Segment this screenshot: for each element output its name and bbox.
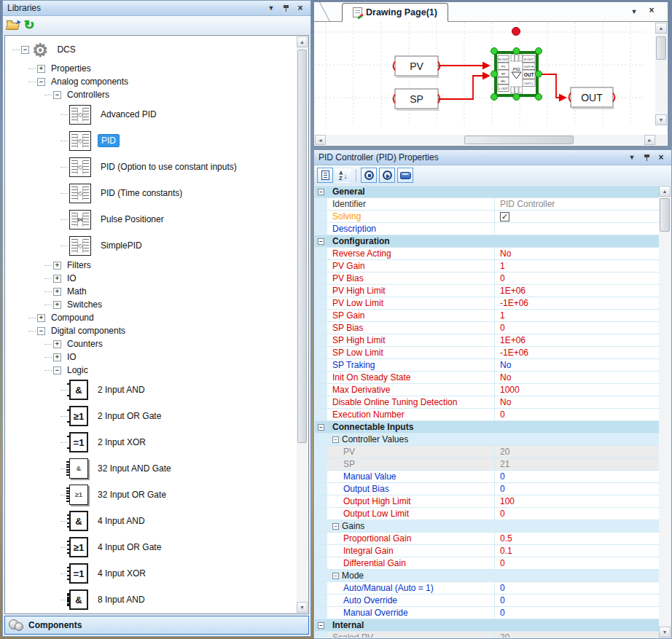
collapse-icon[interactable]: −	[332, 436, 339, 443]
property-row-pv-bias[interactable]: PV Bias0	[315, 273, 659, 285]
property-value[interactable]: No	[494, 396, 659, 408]
tree-item-advanced-pid[interactable]: ◇Advanced PID	[7, 101, 296, 128]
pid-block[interactable]: H OUTPVSPMVL OUTS OUTOUT HOUTOUT LPID	[491, 48, 542, 101]
property-row-integral-gain[interactable]: Integral Gain0.1	[315, 545, 659, 557]
property-row-pv-low-limit[interactable]: PV Low Limit-1E+06	[315, 297, 659, 310]
subcategory-mode[interactable]: −Mode	[315, 570, 659, 582]
expand-icon[interactable]: +	[53, 353, 61, 361]
property-row-sp-low-limit[interactable]: SP Low Limit-1E+06	[315, 347, 659, 359]
tree-item-pid-option-to-use-constant-inputs[interactable]: ◇PID (Option to use constant inputs)	[7, 154, 296, 180]
expand-icon[interactable]: +	[53, 275, 61, 283]
stopwatch-square-icon[interactable]	[361, 168, 377, 183]
signal-wire[interactable]	[541, 74, 566, 98]
scrollbar-thumb[interactable]	[656, 36, 666, 60]
selection-handle[interactable]	[491, 94, 498, 101]
property-value[interactable]: 1000	[494, 384, 659, 396]
tree-item-properties[interactable]: +Properties	[7, 62, 296, 75]
selection-handle[interactable]	[536, 71, 542, 77]
property-value[interactable]: No	[494, 359, 659, 371]
expand-icon[interactable]: +	[53, 262, 61, 270]
refresh-icon[interactable]: ↻	[24, 19, 34, 31]
property-value[interactable]: No	[494, 372, 659, 383]
io-block-out[interactable]: OUT	[569, 87, 615, 109]
property-row-reverse-acting[interactable]: Reverse ActingNo	[315, 248, 659, 260]
property-value[interactable]: 1E+06	[494, 285, 659, 297]
selection-handle[interactable]	[491, 48, 498, 55]
expand-icon[interactable]: +	[53, 301, 61, 309]
category-connectable-inputs[interactable]: −Connectable Inputs	[315, 421, 659, 434]
property-row-output-low-limit[interactable]: Output Low Limit0	[315, 508, 659, 520]
selection-handle[interactable]	[536, 94, 542, 101]
property-row-description[interactable]: Description	[315, 223, 659, 235]
expand-icon[interactable]: +	[37, 314, 45, 322]
chevron-down-icon[interactable]: ▼	[265, 3, 277, 13]
property-value[interactable]: 0	[494, 582, 659, 594]
property-row-pv-high-limit[interactable]: PV High Limit1E+06	[315, 285, 659, 297]
canvas-vertical-scrollbar[interactable]: ▲ ▼	[655, 23, 667, 125]
checkbox-checked-icon[interactable]: ✓	[500, 212, 509, 222]
property-value[interactable]: 1E+06	[494, 334, 659, 346]
property-value[interactable]: 1	[494, 310, 659, 321]
tree-item-counters[interactable]: +Counters	[7, 337, 296, 350]
collapse-icon[interactable]: −	[37, 327, 45, 335]
pin-icon[interactable]	[280, 3, 292, 13]
tab-drawing-page[interactable]: Drawing Page(1)	[342, 3, 448, 22]
property-value[interactable]: 0	[494, 508, 659, 520]
category-internal[interactable]: −Internal	[315, 619, 659, 632]
tree-item-compound[interactable]: +Compound	[7, 311, 296, 324]
property-row-sp-gain[interactable]: SP Gain1	[315, 310, 659, 322]
open-folder-icon[interactable]: ➤	[7, 20, 20, 30]
scrollbar-thumb[interactable]	[464, 136, 574, 144]
collapse-icon[interactable]: −	[332, 523, 339, 530]
tree-item-analog-components[interactable]: −Analog components	[7, 75, 296, 88]
tree-item-io[interactable]: +IO	[7, 272, 296, 285]
property-row-proportional-gain[interactable]: Proportional Gain0.5	[315, 533, 659, 545]
property-row-execution-number[interactable]: Execution Number0	[315, 409, 659, 421]
tree-item-8-input-and[interactable]: &8 Input AND	[7, 587, 296, 612]
property-value[interactable]: PID Controller	[494, 198, 659, 210]
canvas-horizontal-scrollbar[interactable]: ◄ ►	[315, 135, 655, 145]
property-value[interactable]: 0	[494, 471, 659, 482]
scroll-left-icon[interactable]: ◄	[315, 135, 326, 145]
scroll-up-icon[interactable]: ▲	[655, 23, 667, 34]
collapse-icon[interactable]: −	[37, 78, 45, 86]
close-icon[interactable]: ×	[294, 3, 306, 13]
category-configuration[interactable]: −Configuration	[315, 235, 659, 248]
category-general[interactable]: −General	[315, 186, 659, 198]
property-row-pv-gain[interactable]: PV Gain1	[315, 260, 659, 273]
tree-item-math[interactable]: +Math	[7, 285, 296, 298]
collapse-icon[interactable]: −	[53, 91, 61, 99]
collapse-icon[interactable]: −	[318, 622, 324, 629]
tree-item-32-input-and-gate[interactable]: &32 Input AND Gate	[7, 455, 296, 482]
tree-scrollbar[interactable]: ▲ ▼	[297, 36, 308, 613]
components-tab[interactable]: Components	[4, 616, 309, 635]
property-value[interactable]: 21	[494, 458, 659, 470]
tree-item-2-input-xor[interactable]: =12 Input XOR	[7, 429, 296, 455]
property-value[interactable]: 0	[494, 607, 659, 619]
property-value[interactable]: 0	[494, 409, 659, 420]
property-value[interactable]: 20	[494, 446, 659, 458]
property-value[interactable]: 0	[494, 483, 659, 495]
chevron-down-icon[interactable]: ▼	[626, 152, 638, 162]
expand-icon[interactable]: +	[37, 65, 45, 73]
categorized-icon[interactable]	[317, 168, 333, 183]
collapse-icon[interactable]: −	[318, 189, 324, 195]
property-value[interactable]: 0	[494, 273, 659, 284]
property-row-auto-override[interactable]: Auto Override0	[315, 595, 659, 607]
tree-item-2-input-or-gate[interactable]: ≥12 Input OR Gate	[7, 403, 296, 429]
tree-item-2-input-and[interactable]: &2 Input AND	[7, 377, 296, 403]
tree-item-4-input-xor[interactable]: =14 Input XOR	[7, 560, 296, 587]
tree-item-switches[interactable]: +Switches	[7, 298, 296, 311]
selection-handle[interactable]	[491, 71, 498, 77]
chevron-down-icon[interactable]: ▼	[628, 7, 640, 17]
tree-item-pid[interactable]: ◇PID	[7, 128, 296, 154]
property-row-solving[interactable]: Solving✓	[315, 211, 659, 223]
scroll-down-icon[interactable]: ▼	[659, 627, 671, 638]
tree-item-logic[interactable]: −Logic	[7, 364, 296, 377]
property-row-sp-bias[interactable]: SP Bias0	[315, 322, 659, 334]
red-marker-dot[interactable]	[512, 28, 520, 36]
tree-item-dcs[interactable]: −⚙DCS	[7, 37, 296, 62]
sort-az-icon[interactable]: AZ↓	[335, 168, 351, 183]
close-icon[interactable]: ×	[646, 5, 657, 15]
tree-item-io[interactable]: +IO	[7, 350, 296, 364]
